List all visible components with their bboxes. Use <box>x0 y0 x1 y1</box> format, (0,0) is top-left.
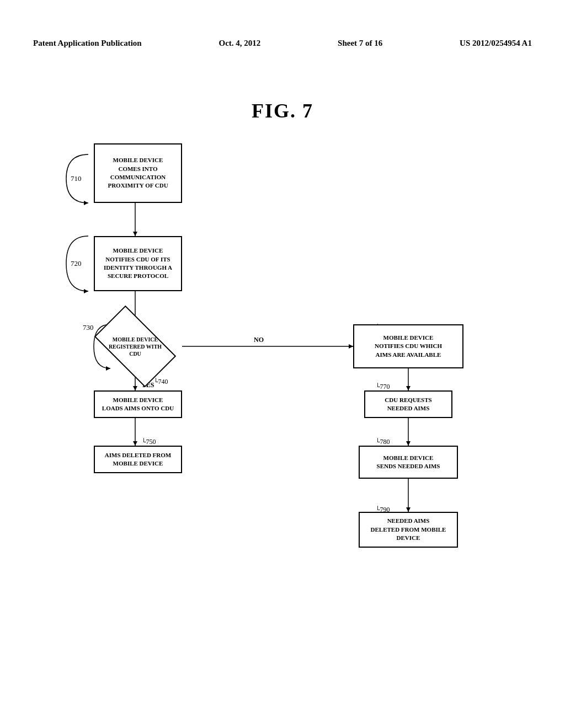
node-730: MOBILE DEVICE REGISTERED WITH CDU <box>99 324 171 368</box>
node-750: AIMS DELETED FROM MOBILE DEVICE <box>94 446 182 473</box>
svg-marker-1 <box>133 232 137 236</box>
svg-marker-12 <box>133 441 137 446</box>
node-790: NEEDED AIMS DELETED FROM MOBILE DEVICE <box>359 512 458 548</box>
date-label: Oct. 4, 2012 <box>218 39 260 48</box>
svg-marker-20 <box>84 201 88 205</box>
svg-text:730: 730 <box>83 323 94 331</box>
node-710: MOBILE DEVICE COMES INTO COMMUNICATION P… <box>94 143 182 203</box>
svg-text:└780: └780 <box>375 438 390 446</box>
figure-title: FIG. 7 <box>0 99 565 122</box>
sheet-label: Sheet 7 of 16 <box>338 39 382 48</box>
svg-text:NO: NO <box>254 336 264 344</box>
svg-marker-8 <box>133 386 137 390</box>
svg-marker-5 <box>349 344 353 349</box>
svg-marker-17 <box>406 441 411 446</box>
node-780: MOBILE DEVICE SENDS NEEDED AIMS <box>359 446 458 479</box>
node-720: MOBILE DEVICE NOTIFIES CDU OF ITS IDENTI… <box>94 236 182 291</box>
svg-text:└740: └740 <box>153 378 168 386</box>
flowchart: NO YES └740 └750 710 720 73 <box>33 138 530 689</box>
svg-text:720: 720 <box>71 259 82 267</box>
node-770: CDU REQUESTS NEEDED AIMS <box>364 390 452 418</box>
svg-text:└770: └770 <box>375 383 390 390</box>
svg-text:└750: └750 <box>141 438 156 446</box>
svg-text:710: 710 <box>71 174 82 183</box>
patent-number-label: US 2012/0254954 A1 <box>460 39 532 48</box>
node-760: MOBILE DEVICE NOTIFIES CDU WHICH AIMS AR… <box>353 324 463 368</box>
node-740: MOBILE DEVICE LOADS AIMS ONTO CDU <box>94 390 182 418</box>
svg-marker-19 <box>406 507 411 512</box>
svg-marker-15 <box>406 386 411 390</box>
patent-publication-label: Patent Application Publication <box>33 39 142 48</box>
svg-marker-21 <box>84 289 88 293</box>
